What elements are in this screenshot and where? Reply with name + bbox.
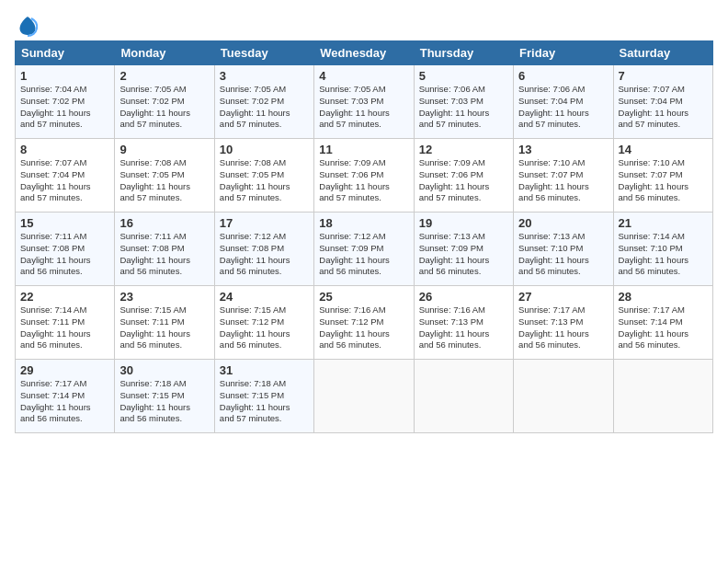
cell-text: Sunrise: 7:07 AM Sunset: 7:04 PM Dayligh… [619,84,708,131]
col-header-tuesday: Tuesday [214,41,313,65]
day-number: 6 [518,69,608,83]
cell-text: Sunrise: 7:14 AM Sunset: 7:10 PM Dayligh… [619,231,708,278]
day-cell: 12Sunrise: 7:09 AM Sunset: 7:06 PM Dayli… [414,139,513,213]
calendar-table: SundayMondayTuesdayWednesdayThursdayFrid… [15,40,713,433]
day-number: 18 [319,216,408,230]
header-row: SundayMondayTuesdayWednesdayThursdayFrid… [16,41,713,65]
day-number: 27 [518,290,608,304]
day-cell [514,360,613,433]
day-cell: 17Sunrise: 7:12 AM Sunset: 7:08 PM Dayli… [214,213,313,286]
day-cell: 1Sunrise: 7:04 AM Sunset: 7:02 PM Daylig… [16,65,115,139]
week-row-4: 22Sunrise: 7:14 AM Sunset: 7:11 PM Dayli… [16,286,713,360]
week-row-2: 8Sunrise: 7:07 AM Sunset: 7:04 PM Daylig… [16,139,713,213]
col-header-thursday: Thursday [414,41,513,65]
day-cell [613,360,712,433]
day-number: 16 [119,216,209,230]
week-row-5: 29Sunrise: 7:17 AM Sunset: 7:14 PM Dayli… [16,360,713,433]
day-number: 5 [419,69,508,83]
day-number: 30 [119,363,209,377]
cell-text: Sunrise: 7:05 AM Sunset: 7:02 PM Dayligh… [220,84,309,131]
cell-text: Sunrise: 7:17 AM Sunset: 7:13 PM Dayligh… [518,304,608,351]
day-number: 4 [319,69,408,83]
day-number: 1 [20,69,109,83]
day-number: 25 [319,290,408,304]
cell-text: Sunrise: 7:18 AM Sunset: 7:15 PM Dayligh… [220,378,309,425]
day-cell: 16Sunrise: 7:11 AM Sunset: 7:08 PM Dayli… [115,213,214,286]
cell-text: Sunrise: 7:14 AM Sunset: 7:11 PM Dayligh… [20,304,109,351]
day-number: 21 [619,216,708,230]
main-container: SundayMondayTuesdayWednesdayThursdayFrid… [0,0,728,441]
day-cell: 25Sunrise: 7:16 AM Sunset: 7:12 PM Dayli… [314,286,414,360]
day-cell: 29Sunrise: 7:17 AM Sunset: 7:14 PM Dayli… [16,360,115,433]
col-header-monday: Monday [115,41,214,65]
col-header-wednesday: Wednesday [314,41,414,65]
day-cell: 22Sunrise: 7:14 AM Sunset: 7:11 PM Dayli… [16,286,115,360]
cell-text: Sunrise: 7:08 AM Sunset: 7:05 PM Dayligh… [220,157,309,204]
day-number: 13 [518,143,608,156]
cell-text: Sunrise: 7:11 AM Sunset: 7:08 PM Dayligh… [20,231,109,278]
week-row-3: 15Sunrise: 7:11 AM Sunset: 7:08 PM Dayli… [16,213,713,286]
logo [15,13,44,39]
day-number: 11 [319,143,408,156]
day-number: 12 [419,143,508,156]
day-cell: 4Sunrise: 7:05 AM Sunset: 7:03 PM Daylig… [314,65,414,139]
day-cell: 26Sunrise: 7:16 AM Sunset: 7:13 PM Dayli… [414,286,513,360]
day-cell: 5Sunrise: 7:06 AM Sunset: 7:03 PM Daylig… [414,65,513,139]
cell-text: Sunrise: 7:10 AM Sunset: 7:07 PM Dayligh… [619,157,708,204]
day-cell: 14Sunrise: 7:10 AM Sunset: 7:07 PM Dayli… [613,139,712,213]
day-number: 8 [20,143,109,156]
day-number: 2 [119,69,209,83]
cell-text: Sunrise: 7:05 AM Sunset: 7:02 PM Dayligh… [119,84,209,131]
cell-text: Sunrise: 7:16 AM Sunset: 7:13 PM Dayligh… [419,304,508,351]
day-cell: 13Sunrise: 7:10 AM Sunset: 7:07 PM Dayli… [514,139,613,213]
cell-text: Sunrise: 7:13 AM Sunset: 7:09 PM Dayligh… [419,231,508,278]
day-cell: 15Sunrise: 7:11 AM Sunset: 7:08 PM Dayli… [16,213,115,286]
cell-text: Sunrise: 7:09 AM Sunset: 7:06 PM Dayligh… [319,157,408,204]
logo-icon [15,13,40,39]
cell-text: Sunrise: 7:05 AM Sunset: 7:03 PM Dayligh… [319,84,408,131]
day-cell: 31Sunrise: 7:18 AM Sunset: 7:15 PM Dayli… [214,360,313,433]
day-cell: 28Sunrise: 7:17 AM Sunset: 7:14 PM Dayli… [613,286,712,360]
day-cell: 10Sunrise: 7:08 AM Sunset: 7:05 PM Dayli… [214,139,313,213]
day-cell: 23Sunrise: 7:15 AM Sunset: 7:11 PM Dayli… [115,286,214,360]
day-number: 3 [220,69,309,83]
day-cell: 11Sunrise: 7:09 AM Sunset: 7:06 PM Dayli… [314,139,414,213]
day-cell: 18Sunrise: 7:12 AM Sunset: 7:09 PM Dayli… [314,213,414,286]
day-cell [414,360,513,433]
day-number: 31 [220,363,309,377]
day-cell: 19Sunrise: 7:13 AM Sunset: 7:09 PM Dayli… [414,213,513,286]
day-number: 20 [518,216,608,230]
day-number: 28 [619,290,708,304]
day-cell: 20Sunrise: 7:13 AM Sunset: 7:10 PM Dayli… [514,213,613,286]
day-number: 19 [419,216,508,230]
day-number: 7 [619,69,708,83]
day-number: 15 [20,216,109,230]
day-number: 22 [20,290,109,304]
day-cell: 27Sunrise: 7:17 AM Sunset: 7:13 PM Dayli… [514,286,613,360]
day-cell: 21Sunrise: 7:14 AM Sunset: 7:10 PM Dayli… [613,213,712,286]
day-cell: 3Sunrise: 7:05 AM Sunset: 7:02 PM Daylig… [214,65,313,139]
day-cell: 24Sunrise: 7:15 AM Sunset: 7:12 PM Dayli… [214,286,313,360]
day-cell: 8Sunrise: 7:07 AM Sunset: 7:04 PM Daylig… [16,139,115,213]
header [15,9,713,39]
day-number: 10 [220,143,309,156]
cell-text: Sunrise: 7:16 AM Sunset: 7:12 PM Dayligh… [319,304,408,351]
day-number: 17 [220,216,309,230]
cell-text: Sunrise: 7:12 AM Sunset: 7:08 PM Dayligh… [220,231,309,278]
cell-text: Sunrise: 7:08 AM Sunset: 7:05 PM Dayligh… [119,157,209,204]
col-header-saturday: Saturday [613,41,712,65]
day-cell: 7Sunrise: 7:07 AM Sunset: 7:04 PM Daylig… [613,65,712,139]
week-row-1: 1Sunrise: 7:04 AM Sunset: 7:02 PM Daylig… [16,65,713,139]
cell-text: Sunrise: 7:13 AM Sunset: 7:10 PM Dayligh… [518,231,608,278]
day-cell: 30Sunrise: 7:18 AM Sunset: 7:15 PM Dayli… [115,360,214,433]
col-header-sunday: Sunday [16,41,115,65]
day-number: 26 [419,290,508,304]
day-cell: 9Sunrise: 7:08 AM Sunset: 7:05 PM Daylig… [115,139,214,213]
day-number: 24 [220,290,309,304]
cell-text: Sunrise: 7:07 AM Sunset: 7:04 PM Dayligh… [20,157,109,204]
cell-text: Sunrise: 7:06 AM Sunset: 7:03 PM Dayligh… [419,84,508,131]
cell-text: Sunrise: 7:04 AM Sunset: 7:02 PM Dayligh… [20,84,109,131]
day-number: 29 [20,363,109,377]
cell-text: Sunrise: 7:18 AM Sunset: 7:15 PM Dayligh… [119,378,209,425]
cell-text: Sunrise: 7:17 AM Sunset: 7:14 PM Dayligh… [619,304,708,351]
